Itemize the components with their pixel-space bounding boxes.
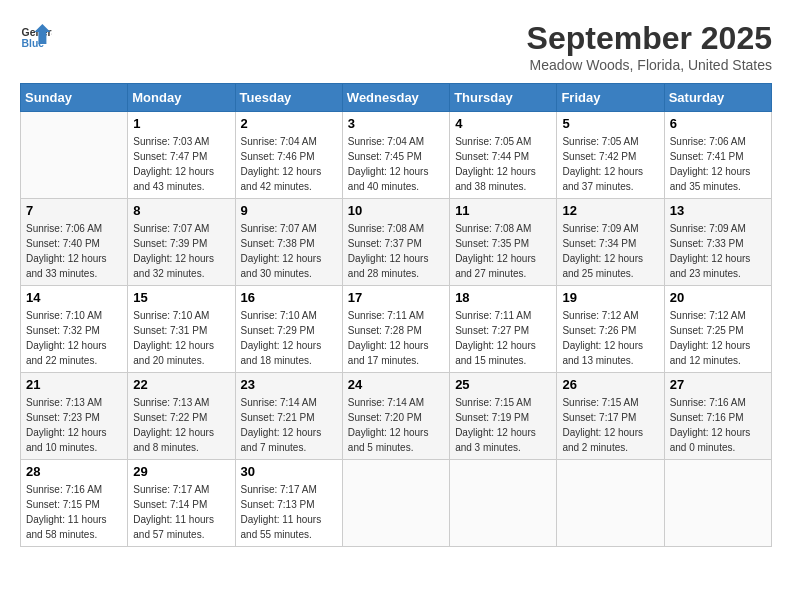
day-cell: 19Sunrise: 7:12 AM Sunset: 7:26 PM Dayli… — [557, 286, 664, 373]
day-info: Sunrise: 7:13 AM Sunset: 7:22 PM Dayligh… — [133, 395, 229, 455]
day-cell: 16Sunrise: 7:10 AM Sunset: 7:29 PM Dayli… — [235, 286, 342, 373]
day-cell: 23Sunrise: 7:14 AM Sunset: 7:21 PM Dayli… — [235, 373, 342, 460]
day-info: Sunrise: 7:17 AM Sunset: 7:13 PM Dayligh… — [241, 482, 337, 542]
header-cell-monday: Monday — [128, 84, 235, 112]
header-cell-friday: Friday — [557, 84, 664, 112]
day-info: Sunrise: 7:17 AM Sunset: 7:14 PM Dayligh… — [133, 482, 229, 542]
day-cell: 28Sunrise: 7:16 AM Sunset: 7:15 PM Dayli… — [21, 460, 128, 547]
day-number: 15 — [133, 290, 229, 305]
header-cell-thursday: Thursday — [450, 84, 557, 112]
day-cell: 13Sunrise: 7:09 AM Sunset: 7:33 PM Dayli… — [664, 199, 771, 286]
day-cell: 1Sunrise: 7:03 AM Sunset: 7:47 PM Daylig… — [128, 112, 235, 199]
day-info: Sunrise: 7:11 AM Sunset: 7:28 PM Dayligh… — [348, 308, 444, 368]
day-info: Sunrise: 7:16 AM Sunset: 7:15 PM Dayligh… — [26, 482, 122, 542]
day-info: Sunrise: 7:10 AM Sunset: 7:31 PM Dayligh… — [133, 308, 229, 368]
day-info: Sunrise: 7:05 AM Sunset: 7:42 PM Dayligh… — [562, 134, 658, 194]
day-info: Sunrise: 7:06 AM Sunset: 7:41 PM Dayligh… — [670, 134, 766, 194]
week-row-3: 21Sunrise: 7:13 AM Sunset: 7:23 PM Dayli… — [21, 373, 772, 460]
day-number: 16 — [241, 290, 337, 305]
calendar-header: SundayMondayTuesdayWednesdayThursdayFrid… — [21, 84, 772, 112]
day-cell: 8Sunrise: 7:07 AM Sunset: 7:39 PM Daylig… — [128, 199, 235, 286]
day-cell: 2Sunrise: 7:04 AM Sunset: 7:46 PM Daylig… — [235, 112, 342, 199]
day-info: Sunrise: 7:07 AM Sunset: 7:38 PM Dayligh… — [241, 221, 337, 281]
calendar-body: 1Sunrise: 7:03 AM Sunset: 7:47 PM Daylig… — [21, 112, 772, 547]
week-row-0: 1Sunrise: 7:03 AM Sunset: 7:47 PM Daylig… — [21, 112, 772, 199]
day-info: Sunrise: 7:08 AM Sunset: 7:37 PM Dayligh… — [348, 221, 444, 281]
day-number: 29 — [133, 464, 229, 479]
day-number: 7 — [26, 203, 122, 218]
day-cell — [450, 460, 557, 547]
day-number: 8 — [133, 203, 229, 218]
day-cell: 6Sunrise: 7:06 AM Sunset: 7:41 PM Daylig… — [664, 112, 771, 199]
day-cell — [557, 460, 664, 547]
day-number: 6 — [670, 116, 766, 131]
day-cell: 14Sunrise: 7:10 AM Sunset: 7:32 PM Dayli… — [21, 286, 128, 373]
day-cell: 11Sunrise: 7:08 AM Sunset: 7:35 PM Dayli… — [450, 199, 557, 286]
header-cell-wednesday: Wednesday — [342, 84, 449, 112]
day-number: 14 — [26, 290, 122, 305]
svg-text:General: General — [22, 27, 52, 38]
day-cell: 21Sunrise: 7:13 AM Sunset: 7:23 PM Dayli… — [21, 373, 128, 460]
day-number: 2 — [241, 116, 337, 131]
day-cell: 20Sunrise: 7:12 AM Sunset: 7:25 PM Dayli… — [664, 286, 771, 373]
day-number: 1 — [133, 116, 229, 131]
day-number: 30 — [241, 464, 337, 479]
day-info: Sunrise: 7:03 AM Sunset: 7:47 PM Dayligh… — [133, 134, 229, 194]
logo-icon: General Blue — [20, 20, 52, 52]
day-info: Sunrise: 7:16 AM Sunset: 7:16 PM Dayligh… — [670, 395, 766, 455]
day-cell: 12Sunrise: 7:09 AM Sunset: 7:34 PM Dayli… — [557, 199, 664, 286]
day-number: 25 — [455, 377, 551, 392]
day-number: 26 — [562, 377, 658, 392]
day-number: 12 — [562, 203, 658, 218]
day-info: Sunrise: 7:11 AM Sunset: 7:27 PM Dayligh… — [455, 308, 551, 368]
day-cell: 22Sunrise: 7:13 AM Sunset: 7:22 PM Dayli… — [128, 373, 235, 460]
day-number: 27 — [670, 377, 766, 392]
day-cell: 24Sunrise: 7:14 AM Sunset: 7:20 PM Dayli… — [342, 373, 449, 460]
day-cell: 26Sunrise: 7:15 AM Sunset: 7:17 PM Dayli… — [557, 373, 664, 460]
day-cell: 9Sunrise: 7:07 AM Sunset: 7:38 PM Daylig… — [235, 199, 342, 286]
day-info: Sunrise: 7:05 AM Sunset: 7:44 PM Dayligh… — [455, 134, 551, 194]
calendar-table: SundayMondayTuesdayWednesdayThursdayFrid… — [20, 83, 772, 547]
day-number: 11 — [455, 203, 551, 218]
day-info: Sunrise: 7:04 AM Sunset: 7:45 PM Dayligh… — [348, 134, 444, 194]
day-cell: 5Sunrise: 7:05 AM Sunset: 7:42 PM Daylig… — [557, 112, 664, 199]
day-info: Sunrise: 7:08 AM Sunset: 7:35 PM Dayligh… — [455, 221, 551, 281]
day-cell: 15Sunrise: 7:10 AM Sunset: 7:31 PM Dayli… — [128, 286, 235, 373]
week-row-1: 7Sunrise: 7:06 AM Sunset: 7:40 PM Daylig… — [21, 199, 772, 286]
day-cell: 7Sunrise: 7:06 AM Sunset: 7:40 PM Daylig… — [21, 199, 128, 286]
day-cell — [21, 112, 128, 199]
day-info: Sunrise: 7:13 AM Sunset: 7:23 PM Dayligh… — [26, 395, 122, 455]
day-number: 17 — [348, 290, 444, 305]
day-cell: 27Sunrise: 7:16 AM Sunset: 7:16 PM Dayli… — [664, 373, 771, 460]
day-info: Sunrise: 7:12 AM Sunset: 7:26 PM Dayligh… — [562, 308, 658, 368]
header-cell-tuesday: Tuesday — [235, 84, 342, 112]
day-info: Sunrise: 7:09 AM Sunset: 7:33 PM Dayligh… — [670, 221, 766, 281]
title-block: September 2025 Meadow Woods, Florida, Un… — [527, 20, 772, 73]
day-number: 22 — [133, 377, 229, 392]
day-cell: 4Sunrise: 7:05 AM Sunset: 7:44 PM Daylig… — [450, 112, 557, 199]
day-number: 19 — [562, 290, 658, 305]
day-cell: 17Sunrise: 7:11 AM Sunset: 7:28 PM Dayli… — [342, 286, 449, 373]
header-row: SundayMondayTuesdayWednesdayThursdayFrid… — [21, 84, 772, 112]
day-info: Sunrise: 7:07 AM Sunset: 7:39 PM Dayligh… — [133, 221, 229, 281]
day-cell — [664, 460, 771, 547]
header-cell-saturday: Saturday — [664, 84, 771, 112]
day-info: Sunrise: 7:12 AM Sunset: 7:25 PM Dayligh… — [670, 308, 766, 368]
day-number: 24 — [348, 377, 444, 392]
page-header: General Blue September 2025 Meadow Woods… — [20, 20, 772, 73]
day-number: 5 — [562, 116, 658, 131]
location-label: Meadow Woods, Florida, United States — [527, 57, 772, 73]
day-number: 23 — [241, 377, 337, 392]
month-title: September 2025 — [527, 20, 772, 57]
day-number: 21 — [26, 377, 122, 392]
header-cell-sunday: Sunday — [21, 84, 128, 112]
day-cell: 18Sunrise: 7:11 AM Sunset: 7:27 PM Dayli… — [450, 286, 557, 373]
day-info: Sunrise: 7:10 AM Sunset: 7:32 PM Dayligh… — [26, 308, 122, 368]
week-row-2: 14Sunrise: 7:10 AM Sunset: 7:32 PM Dayli… — [21, 286, 772, 373]
day-info: Sunrise: 7:14 AM Sunset: 7:20 PM Dayligh… — [348, 395, 444, 455]
logo: General Blue — [20, 20, 56, 52]
day-number: 9 — [241, 203, 337, 218]
day-cell: 3Sunrise: 7:04 AM Sunset: 7:45 PM Daylig… — [342, 112, 449, 199]
day-cell: 29Sunrise: 7:17 AM Sunset: 7:14 PM Dayli… — [128, 460, 235, 547]
day-number: 18 — [455, 290, 551, 305]
